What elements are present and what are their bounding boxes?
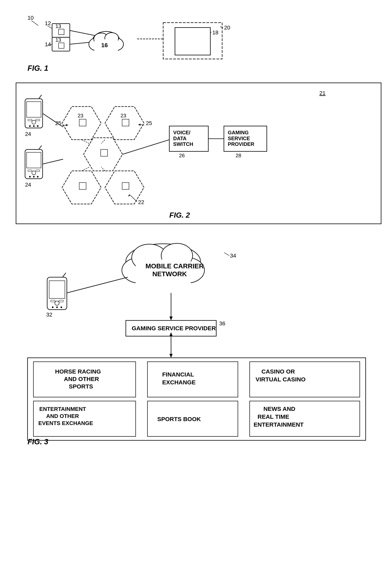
svg-text:AND OTHER: AND OTHER (64, 376, 99, 382)
svg-text:ENTERTAINMENT: ENTERTAINMENT (253, 421, 304, 428)
svg-rect-25 (175, 28, 210, 55)
svg-text:36: 36 (219, 320, 225, 326)
svg-point-93 (55, 301, 59, 305)
svg-rect-45 (36, 170, 40, 172)
svg-rect-6 (58, 29, 64, 35)
svg-rect-31 (27, 102, 41, 117)
svg-text:SPORTS: SPORTS (69, 383, 93, 390)
svg-point-38 (37, 125, 39, 127)
fig3-diagram: 32 MOBILE CARRIER NETWORK 34 GAMING SERV… (16, 232, 381, 448)
svg-line-110 (67, 277, 128, 293)
svg-text:VOICE/: VOICE/ (173, 130, 190, 135)
svg-rect-60 (122, 119, 129, 126)
svg-text:23: 23 (78, 113, 83, 118)
svg-text:18: 18 (212, 29, 218, 36)
svg-text:22: 22 (138, 199, 144, 205)
svg-point-33 (32, 120, 36, 124)
svg-text:34: 34 (230, 253, 236, 259)
page: 10 12 13 14 13 (0, 0, 392, 576)
svg-rect-91 (49, 281, 65, 298)
svg-text:20: 20 (224, 25, 230, 31)
fig1-diagram: 10 12 13 14 13 (16, 12, 252, 79)
svg-point-97 (56, 307, 58, 308)
svg-line-74 (122, 140, 169, 154)
svg-line-42 (39, 145, 42, 149)
svg-text:PROVIDER: PROVIDER (228, 141, 254, 147)
svg-line-66 (82, 140, 89, 144)
svg-text:EVENTS EXCHANGE: EVENTS EXCHANGE (38, 420, 93, 426)
svg-text:28: 28 (235, 153, 241, 158)
svg-text:16: 16 (101, 42, 108, 48)
svg-rect-12 (58, 43, 64, 48)
svg-point-36 (29, 125, 31, 127)
svg-text:FIG. 1: FIG. 1 (28, 64, 48, 72)
svg-point-48 (37, 176, 39, 177)
svg-line-51 (43, 159, 63, 164)
svg-point-43 (32, 171, 36, 175)
svg-text:HORSE RACING: HORSE RACING (55, 368, 101, 375)
svg-rect-94 (51, 300, 55, 302)
svg-rect-95 (59, 300, 63, 302)
svg-text:FIG. 2: FIG. 2 (169, 211, 190, 219)
svg-text:GAMING SERVICE PROVIDER: GAMING SERVICE PROVIDER (132, 325, 216, 331)
svg-text:SERVICE: SERVICE (228, 136, 250, 141)
svg-text:21: 21 (319, 90, 326, 96)
svg-rect-44 (28, 170, 32, 172)
svg-text:13: 13 (56, 37, 61, 43)
svg-text:10: 10 (28, 15, 34, 21)
svg-rect-34 (28, 119, 32, 121)
svg-text:ENTERTAINMENT: ENTERTAINMENT (39, 406, 86, 412)
svg-line-32 (39, 95, 42, 99)
svg-text:GAMING: GAMING (228, 130, 249, 135)
svg-point-96 (52, 307, 54, 308)
svg-text:32: 32 (46, 312, 52, 318)
svg-text:26: 26 (179, 153, 185, 158)
svg-marker-118 (169, 354, 173, 358)
svg-text:14: 14 (45, 41, 51, 47)
svg-text:12: 12 (45, 20, 51, 26)
svg-text:25: 25 (146, 120, 152, 126)
svg-point-37 (33, 125, 35, 127)
svg-text:NETWORK: NETWORK (152, 270, 187, 278)
svg-text:NEWS AND: NEWS AND (263, 405, 295, 412)
svg-text:EXCHANGE: EXCHANGE (162, 379, 196, 385)
svg-text:25: 25 (55, 120, 61, 126)
svg-line-109 (224, 253, 229, 256)
svg-text:13: 13 (56, 23, 61, 29)
svg-rect-41 (27, 152, 41, 168)
svg-rect-54 (79, 119, 86, 126)
svg-text:VIRTUAL CASINO: VIRTUAL CASINO (255, 376, 306, 383)
svg-rect-35 (36, 119, 40, 121)
svg-rect-71 (122, 183, 129, 190)
svg-text:23: 23 (120, 113, 126, 118)
svg-text:SPORTS BOOK: SPORTS BOOK (157, 416, 201, 422)
svg-text:AND OTHER: AND OTHER (46, 413, 79, 419)
svg-line-72 (82, 167, 89, 171)
svg-text:FINANCIAL: FINANCIAL (162, 371, 194, 378)
svg-text:SWITCH: SWITCH (173, 141, 193, 147)
svg-rect-69 (79, 183, 86, 190)
svg-marker-112 (169, 317, 173, 320)
svg-text:24: 24 (25, 131, 31, 137)
svg-text:REAL TIME: REAL TIME (257, 413, 289, 420)
fig2-diagram: 21 24 (16, 83, 381, 224)
svg-line-1 (31, 21, 38, 26)
svg-text:FIG. 3: FIG. 3 (28, 438, 48, 446)
svg-text:MOBILE CARRIER: MOBILE CARRIER (145, 262, 204, 270)
svg-line-92 (62, 273, 66, 277)
svg-point-46 (29, 176, 31, 177)
svg-text:CASINO OR: CASINO OR (261, 368, 295, 375)
svg-rect-65 (101, 149, 108, 156)
svg-text:24: 24 (25, 182, 31, 188)
svg-point-47 (33, 176, 35, 177)
svg-point-98 (60, 307, 62, 308)
svg-text:DATA: DATA (173, 136, 187, 141)
